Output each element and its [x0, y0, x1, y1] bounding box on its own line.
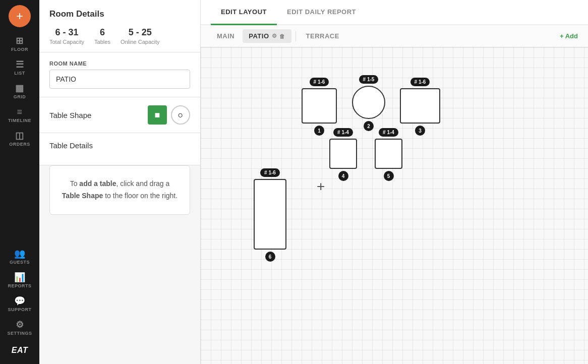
floor-icon: ⊞ — [16, 36, 24, 45]
sidebar-label-list: LIST — [14, 71, 25, 76]
add-table-icon: + — [317, 178, 325, 195]
table-details-section: Table Details — [39, 133, 200, 165]
table-item[interactable]: # 1-66 — [254, 168, 286, 262]
stat-tables: 6 Tables — [94, 27, 110, 45]
table-number-badge: 4 — [338, 171, 348, 181]
table-shape[interactable] — [302, 88, 337, 124]
room-tab-patio[interactable]: PATIO ⚙ 🗑 — [243, 29, 291, 43]
room-stats: 6 - 31 Total Capacity 6 Tables 5 - 25 On… — [49, 27, 190, 45]
table-shape-section: Table Shape ■ ○ — [39, 97, 200, 133]
add-table-hint: To add a table, click and drag a Table S… — [49, 165, 190, 215]
table-badge: # 1-4 — [333, 128, 353, 137]
main-content: EDIT LAYOUT EDIT DAILY REPORT MAIN PATIO… — [201, 0, 588, 364]
room-tab-main[interactable]: MAIN — [211, 29, 241, 43]
top-tabs: EDIT LAYOUT EDIT DAILY REPORT — [211, 0, 366, 24]
brand-label: eat — [12, 346, 28, 355]
table-shape[interactable] — [254, 179, 286, 250]
table-shape[interactable] — [400, 88, 440, 124]
table-badge: # 1-5 — [359, 75, 379, 84]
rect-icon: ■ — [155, 110, 160, 120]
room-tab-terrace[interactable]: TERRACE — [300, 29, 345, 43]
floor-canvas[interactable]: + # 1-61# 1-52# 1-63# 1-44# 1-45# 1-66 — [201, 47, 588, 364]
stat-total-capacity-label: Total Capacity — [49, 39, 84, 45]
sidebar-item-grid[interactable]: ▦ GRID — [0, 80, 39, 103]
sidebar-item-timeline[interactable]: ≡ TIMELINE — [0, 103, 39, 127]
table-shape[interactable] — [352, 86, 385, 119]
stat-online-capacity-value: 5 - 25 — [129, 27, 152, 38]
stat-total-capacity: 6 - 31 Total Capacity — [49, 27, 84, 45]
sidebar: + ⊞ FLOOR ☰ LIST ▦ GRID ≡ TIMELINE ◫ ORD… — [0, 0, 39, 364]
shape-buttons: ■ ○ — [148, 105, 190, 125]
table-number-badge: 5 — [384, 171, 394, 181]
hint-text-mid: , click and drag a — [116, 179, 169, 188]
table-item[interactable]: # 1-44 — [329, 128, 357, 181]
table-shape[interactable] — [329, 139, 357, 169]
room-tabs-bar: MAIN PATIO ⚙ 🗑 TERRACE + Add — [201, 25, 588, 47]
tab-divider — [296, 31, 296, 41]
table-item[interactable]: # 1-45 — [375, 128, 402, 181]
gear-icon[interactable]: ⚙ — [272, 33, 277, 39]
add-button[interactable]: + — [9, 5, 31, 27]
sidebar-label-floor: FLOOR — [11, 47, 28, 52]
room-name-input[interactable] — [49, 70, 190, 89]
table-item[interactable]: # 1-61 — [302, 78, 337, 136]
table-details-label: Table Details — [49, 141, 190, 150]
room-name-label: ROOM NAME — [49, 60, 190, 67]
top-bar: EDIT LAYOUT EDIT DAILY REPORT — [201, 0, 588, 25]
table-number-badge: 6 — [265, 252, 275, 262]
plus-icon: + — [16, 9, 23, 23]
table-item[interactable]: # 1-52 — [352, 75, 385, 131]
sidebar-item-orders[interactable]: ◫ ORDERS — [0, 127, 39, 151]
grid-icon: ▦ — [15, 84, 24, 93]
settings-icon: ⚙ — [16, 320, 24, 329]
sidebar-label-guests: GUESTS — [10, 260, 30, 265]
stat-tables-label: Tables — [94, 39, 110, 45]
table-shape[interactable] — [375, 139, 402, 169]
reports-icon: 📊 — [14, 273, 26, 282]
orders-icon: ◫ — [15, 131, 24, 140]
sidebar-item-guests[interactable]: 👥 GUESTS — [0, 245, 39, 269]
table-item[interactable]: # 1-63 — [400, 78, 440, 136]
sidebar-brand: eat — [0, 342, 39, 359]
hint-bold-add-table: add a table — [79, 179, 116, 188]
sidebar-item-floor[interactable]: ⊞ FLOOR — [0, 32, 39, 56]
sidebar-label-grid: GRID — [14, 94, 26, 99]
room-panel-title: Room Details — [49, 9, 190, 19]
circle-icon: ○ — [178, 110, 184, 120]
table-shape-row: Table Shape ■ ○ — [49, 105, 190, 125]
guests-icon: 👥 — [14, 249, 26, 258]
timeline-icon: ≡ — [17, 107, 22, 116]
tab-edit-layout[interactable]: EDIT LAYOUT — [211, 0, 277, 25]
tab-edit-daily-report[interactable]: EDIT DAILY REPORT — [277, 0, 366, 25]
table-number-badge: 3 — [415, 126, 425, 136]
sidebar-label-timeline: TIMELINE — [8, 118, 31, 123]
table-badge: # 1-4 — [379, 128, 398, 137]
table-shape-label: Table Shape — [49, 111, 91, 119]
list-icon: ☰ — [16, 60, 24, 69]
sidebar-item-reports[interactable]: 📊 REPORTS — [0, 269, 39, 292]
sidebar-label-settings: SETTINGS — [7, 331, 32, 336]
shape-rect-button[interactable]: ■ — [148, 105, 167, 125]
delete-tab-icon[interactable]: 🗑 — [279, 33, 285, 39]
sidebar-item-support[interactable]: 💬 SUPPORT — [0, 292, 39, 316]
room-panel: Room Details 6 - 31 Total Capacity 6 Tab… — [39, 0, 201, 364]
table-badge: # 1-6 — [260, 168, 280, 177]
sidebar-item-settings[interactable]: ⚙ SETTINGS — [0, 316, 39, 340]
stat-online-capacity: 5 - 25 Online Capacity — [121, 27, 160, 45]
sidebar-label-reports: REPORTS — [8, 283, 31, 288]
table-number-badge: 1 — [314, 126, 324, 136]
hint-text-before: To — [70, 179, 80, 188]
room-name-section: ROOM NAME — [39, 52, 200, 97]
hint-bold-table-shape: Table Shape — [62, 192, 103, 200]
hint-text-after: to the floor on the right. — [103, 192, 178, 200]
shape-circle-button[interactable]: ○ — [171, 105, 190, 125]
table-number-badge: 2 — [364, 121, 374, 131]
support-icon: 💬 — [14, 296, 26, 306]
sidebar-item-list[interactable]: ☰ LIST — [0, 56, 39, 80]
stat-online-capacity-label: Online Capacity — [121, 39, 160, 45]
sidebar-label-orders: ORDERS — [9, 142, 30, 147]
patio-tab-label: PATIO — [249, 32, 269, 40]
table-badge: # 1-6 — [310, 78, 329, 86]
add-room-button[interactable]: + Add — [560, 32, 578, 40]
stat-total-capacity-value: 6 - 31 — [55, 27, 79, 38]
